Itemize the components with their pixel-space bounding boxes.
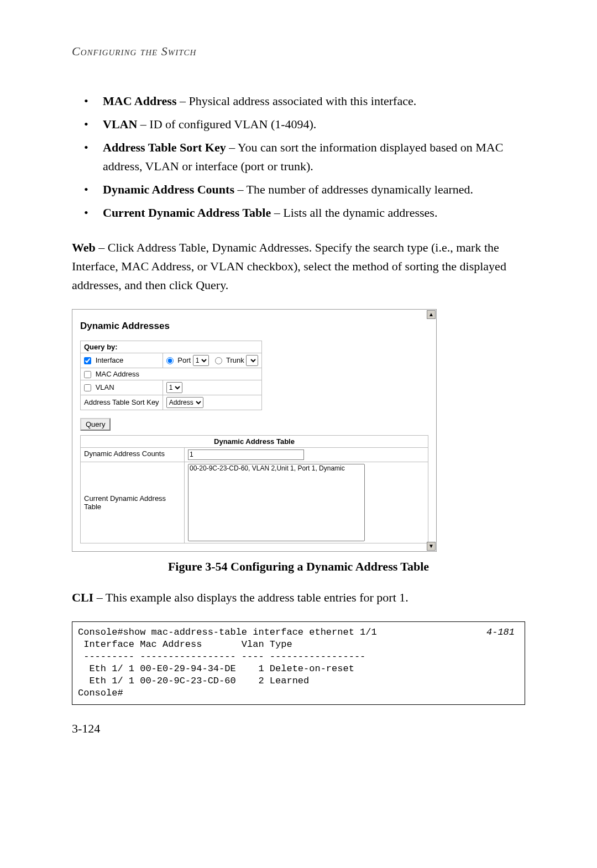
counts-value xyxy=(188,449,304,460)
sortkey-select[interactable]: Address xyxy=(166,397,203,408)
mac-checkbox[interactable] xyxy=(84,371,91,378)
cli-body: – This example also displays the address… xyxy=(93,590,409,604)
cli-output-box: 4-181Console#show mac-address-table inte… xyxy=(72,621,525,705)
mac-label: MAC Address xyxy=(96,370,139,378)
bullet-term: MAC Address xyxy=(103,94,176,108)
bullet-term: Current Dynamic Address Table xyxy=(103,206,271,219)
web-body: – Click Address Table, Dynamic Addresses… xyxy=(72,240,506,292)
current-listbox[interactable]: 00-20-9C-23-CD-60, VLAN 2,Unit 1, Port 1… xyxy=(188,464,365,541)
bullet-term: Dynamic Address Counts xyxy=(103,182,234,196)
bullet-desc: – Physical address associated with this … xyxy=(176,94,416,108)
running-head: Configuring the Switch xyxy=(72,44,525,59)
sortkey-label: Address Table Sort Key xyxy=(81,395,163,410)
scroll-down-icon[interactable]: ▼ xyxy=(427,542,436,551)
query-by-label: Query by: xyxy=(81,341,262,353)
trunk-label: Trunk xyxy=(226,356,244,364)
port-select[interactable]: 1 xyxy=(193,355,209,366)
interface-checkbox[interactable] xyxy=(84,357,91,364)
bullet-item: VLAN – ID of configured VLAN (1-4094). xyxy=(100,115,525,134)
bullet-item: Current Dynamic Address Table – Lists al… xyxy=(100,203,525,222)
page-number: 3-124 xyxy=(72,721,525,736)
port-label: Port xyxy=(177,356,191,364)
query-table: Query by: Interface Port 1 Tr xyxy=(80,341,262,410)
trunk-select[interactable] xyxy=(246,355,258,366)
bullet-item: MAC Address – Physical address associate… xyxy=(100,92,525,111)
cli-output-text: Console#show mac-address-table interface… xyxy=(78,627,377,698)
cli-lead: CLI xyxy=(72,590,93,604)
query-button[interactable]: Query xyxy=(80,418,111,431)
cli-page-ref: 4-181 xyxy=(486,626,515,639)
bullet-item: Dynamic Address Counts – The number of a… xyxy=(100,180,525,199)
figure-screenshot: ▲ ▼ Dynamic Addresses Query by: Interfac… xyxy=(72,309,437,552)
vlan-select[interactable]: 1 xyxy=(166,382,182,393)
trunk-radio[interactable] xyxy=(215,357,222,364)
vlan-label: VLAN xyxy=(96,383,114,391)
bullet-term: Address Table Sort Key xyxy=(103,140,226,154)
bullet-desc: – The number of addresses dynamically le… xyxy=(234,182,473,196)
bullet-item: Address Table Sort Key – You can sort th… xyxy=(100,138,525,176)
counts-label: Dynamic Address Counts xyxy=(81,447,185,462)
cli-paragraph: CLI – This example also displays the add… xyxy=(72,588,525,607)
interface-label: Interface xyxy=(96,356,124,364)
current-label: Current Dynamic Address Table xyxy=(81,462,185,543)
dynamic-address-table: Dynamic Address Table Dynamic Address Co… xyxy=(80,435,428,543)
figure-caption: Figure 3-54 Configuring a Dynamic Addres… xyxy=(72,560,525,574)
address-entry[interactable]: 00-20-9C-23-CD-60, VLAN 2,Unit 1, Port 1… xyxy=(188,464,364,473)
web-paragraph: Web – Click Address Table, Dynamic Addre… xyxy=(72,238,525,295)
scroll-up-icon[interactable]: ▲ xyxy=(427,310,436,319)
bullet-desc: – Lists all the dynamic addresses. xyxy=(271,206,437,219)
bullet-term: VLAN xyxy=(103,117,137,131)
vlan-checkbox[interactable] xyxy=(84,384,91,391)
web-lead: Web xyxy=(72,240,96,254)
dat-title: Dynamic Address Table xyxy=(81,435,428,447)
bullet-desc: – ID of configured VLAN (1-4094). xyxy=(137,117,316,131)
panel-title: Dynamic Addresses xyxy=(72,310,436,341)
bullet-list: MAC Address – Physical address associate… xyxy=(72,92,525,223)
port-radio[interactable] xyxy=(166,357,174,364)
